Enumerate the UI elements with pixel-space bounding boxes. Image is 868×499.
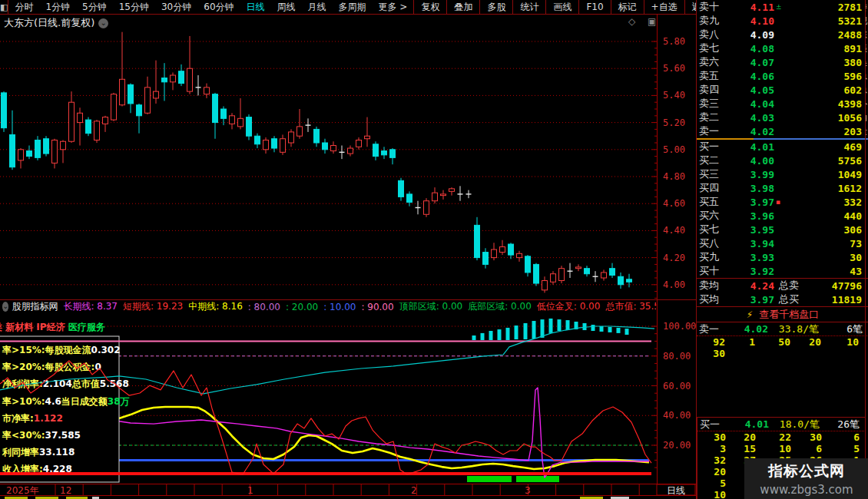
level-price: 3.99: [727, 169, 774, 180]
chart-title: 大东方(日线.前复权): [4, 16, 94, 30]
level-label: 买四: [697, 181, 727, 195]
level-price: 4.07: [727, 57, 774, 68]
orderbook-row[interactable]: 买四3.981612: [697, 181, 868, 195]
candle: [449, 187, 455, 196]
candle: [509, 243, 514, 259]
orderbook-row[interactable]: 买六3.96440: [697, 209, 868, 223]
orderbook-row[interactable]: 卖三4.044398: [697, 97, 868, 111]
orderbook-row[interactable]: 卖十4.11±2781: [697, 0, 868, 14]
candle: [78, 107, 83, 145]
orderbook-row[interactable]: 买一4.01469: [697, 140, 868, 154]
overlay-text-row: 市净率:1.122: [2, 413, 63, 424]
orderbook-row[interactable]: 卖五4.06596: [697, 69, 868, 83]
candle: [348, 146, 353, 157]
orderbook-row[interactable]: 买二4.005756: [697, 154, 868, 167]
candle: [86, 117, 91, 137]
trade-size: 92: [697, 336, 725, 348]
indicator-value: 长期线: 8.37: [63, 301, 118, 312]
orderbook-row[interactable]: 买十3.9243: [697, 264, 868, 278]
candle: [103, 116, 108, 132]
level-label: 买三: [697, 167, 727, 181]
info-overlay-box: 类 新材料 IP经济 医疗服务率>15%:每股现金流0.302率>20%:每股公…: [0, 322, 130, 482]
collapse-icon[interactable]: ⌄: [2, 302, 8, 312]
detail-number-row: 302022306: [697, 431, 866, 443]
deep-quote-link[interactable]: 查看千档盘口: [759, 308, 819, 322]
candle: [27, 146, 32, 160]
chevron-down-icon[interactable]: ⌄: [98, 18, 108, 28]
clipped-next-column: 委现涨振换总总外内量: [865, 0, 868, 499]
candle: [593, 271, 598, 282]
candle: [559, 266, 565, 283]
orderbook-row[interactable]: 买八3.9473: [697, 236, 868, 250]
candle: [492, 243, 497, 260]
level-price: 3.92: [727, 266, 774, 277]
level-volume: 5756: [788, 155, 868, 167]
watermark: 指标公式网 www.zbgs3.com: [744, 458, 868, 499]
trade-size: 5: [697, 478, 726, 489]
level-label: 买五: [697, 195, 727, 209]
trade-size: 32: [697, 454, 726, 466]
orderbook-row[interactable]: 卖二4.031056: [697, 111, 868, 124]
svg-text:4.80: 4.80: [663, 171, 685, 182]
orderbook-row[interactable]: 卖八4.092488: [697, 28, 868, 41]
orderbook-row[interactable]: 卖四4.05602: [697, 83, 868, 97]
level-label: 卖七: [697, 41, 727, 55]
candle: [517, 251, 522, 262]
level-price: 4.06: [727, 71, 774, 82]
indicator-value: 中期线: 8.16: [188, 301, 243, 312]
orderbook-row[interactable]: 卖九4.105321: [697, 14, 868, 28]
orderbook-row[interactable]: 买五3.97▪332: [697, 195, 868, 209]
clipped-char: 委: [865, 2, 868, 13]
avg-price: 3.97: [727, 294, 774, 306]
indicator-value: : 90.00: [361, 302, 393, 312]
candle: [568, 263, 573, 278]
level-price: 3.97: [727, 197, 774, 208]
level-label: 卖十: [697, 0, 727, 14]
indicator-value: : 20.00: [286, 302, 318, 312]
clipped-char: 现: [865, 15, 868, 27]
candle: [179, 64, 184, 86]
trade-size: 22: [756, 431, 791, 443]
candle: [432, 187, 438, 203]
level-volume: 440: [788, 210, 868, 222]
candle: [44, 136, 49, 156]
trade-size: 10: [821, 336, 859, 348]
sell-queue: 卖十4.11±2781卖九4.105321卖八4.092488卖七4.08891…: [697, 0, 868, 138]
orderbook-row[interactable]: 买三3.991049: [697, 167, 868, 181]
candle: [61, 140, 66, 163]
level-volume: 5321: [788, 15, 868, 27]
orderbook-row[interactable]: 买九3.9330: [697, 250, 868, 264]
candle: [272, 136, 277, 152]
orderbook-row[interactable]: 卖七4.08891: [697, 41, 868, 55]
level-label: 买八: [697, 236, 727, 250]
indicator-value: 总市值: 35.57: [605, 301, 656, 312]
chart-corner-icons[interactable]: ◇ ▣: [628, 16, 661, 27]
level-price: 4.02: [727, 126, 774, 137]
indicator-value: 短期线: 19.23: [123, 301, 183, 312]
level-volume: 332: [788, 197, 868, 208]
orderbook-row[interactable]: 买七3.95306: [697, 223, 868, 236]
svg-text:4.60: 4.60: [663, 198, 685, 209]
candle: [585, 266, 590, 276]
candlestick-layer: [2, 32, 632, 293]
orderbook-row[interactable]: 卖六4.07380: [697, 55, 868, 69]
indicator-value: : 10.00: [323, 302, 356, 312]
orderbook-row[interactable]: 卖一4.02203: [697, 124, 868, 138]
candle: [10, 111, 15, 170]
candle: [306, 118, 311, 132]
indicator-source: 股朋指标网: [12, 301, 58, 312]
level-volume: 203: [788, 126, 868, 137]
candle: [407, 191, 412, 206]
average-row: 买均3.97总买11819: [697, 292, 868, 306]
level-label: 买六: [697, 209, 727, 223]
level-volume: 2488: [788, 29, 868, 41]
level-label: 卖四: [697, 83, 727, 97]
candle: [137, 104, 142, 134]
svg-text:80.00: 80.00: [663, 351, 691, 362]
trade-size: [790, 348, 821, 359]
clipped-char: 总: [865, 71, 868, 82]
level-volume: 73: [788, 238, 868, 250]
deep-quote-link-row[interactable]: ⚡ 查看千档盘口: [697, 307, 868, 322]
detail-number-row: 3151065: [697, 443, 866, 454]
detail-header: 买一4.0118.0/笔26笔: [697, 418, 866, 431]
